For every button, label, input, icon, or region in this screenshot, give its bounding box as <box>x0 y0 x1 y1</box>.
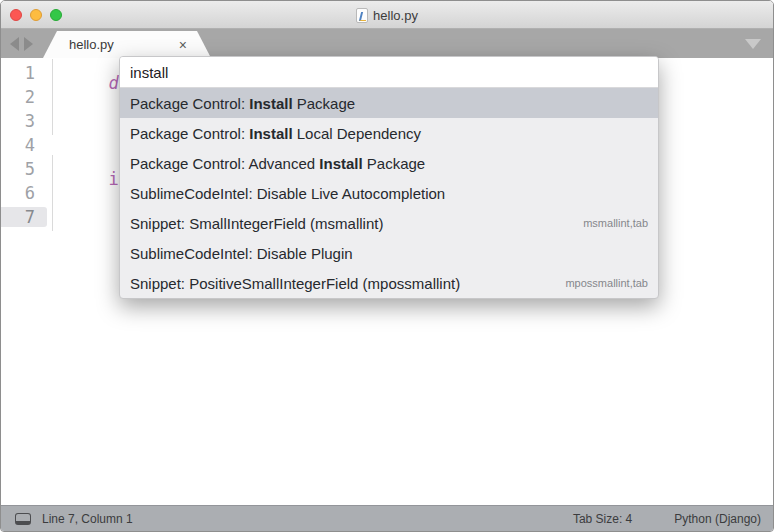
window-title: hello.py <box>373 8 418 23</box>
palette-item-label: Snippet: SmallIntegerField (msmallint) <box>130 215 571 232</box>
palette-item-label: SublimeCodeIntel: Disable Live Autocompl… <box>130 185 648 202</box>
palette-item-label: Package Control: Install Package <box>130 95 648 112</box>
minimize-window-button[interactable] <box>30 9 42 21</box>
command-palette: Package Control: Install Package Package… <box>119 56 659 299</box>
palette-item-label: Snippet: PositiveSmallIntegerField (mpos… <box>130 275 553 292</box>
palette-item[interactable]: Package Control: Install Local Dependenc… <box>120 118 658 148</box>
palette-item-label: SublimeCodeIntel: Disable Plugin <box>130 245 648 262</box>
tab-nav-arrows <box>10 37 33 51</box>
traffic-lights <box>10 9 62 21</box>
palette-item[interactable]: Snippet: SmallIntegerField (msmallint) m… <box>120 208 658 238</box>
syntax-indicator[interactable]: Python (Django) <box>674 512 761 526</box>
show-panel-icon[interactable] <box>15 513 31 525</box>
palette-item-label: Package Control: Install Local Dependenc… <box>130 125 648 142</box>
line-number: 2 <box>1 87 47 107</box>
tab-size-indicator[interactable]: Tab Size: 4 <box>573 512 632 526</box>
palette-search-input[interactable] <box>120 57 658 87</box>
status-bar: Line 7, Column 1 Tab Size: 4 Python (Dja… <box>1 505 773 531</box>
line-number: 1 <box>1 63 47 83</box>
title-bar[interactable]: hello.py <box>1 1 773 29</box>
palette-item[interactable]: Package Control: Install Package <box>120 88 658 118</box>
palette-item-hint: mpossmallint,tab <box>565 277 648 289</box>
line-number: 6 <box>1 183 47 203</box>
palette-item[interactable]: Package Control: Advanced Install Packag… <box>120 148 658 178</box>
close-window-button[interactable] <box>10 9 22 21</box>
line-number: 5 <box>1 159 47 179</box>
sublime-text-window: hello.py hello.py × 1 def h 2 3 <box>0 0 774 532</box>
line-number: 3 <box>1 111 47 131</box>
palette-input-row <box>120 57 658 88</box>
zoom-window-button[interactable] <box>50 9 62 21</box>
palette-item[interactable]: Snippet: PositiveSmallIntegerField (mpos… <box>120 268 658 298</box>
palette-item-label: Package Control: Advanced Install Packag… <box>130 155 648 172</box>
window-title-area: hello.py <box>1 1 773 29</box>
cursor-position: Line 7, Column 1 <box>42 512 133 526</box>
next-tab-arrow-icon[interactable] <box>24 37 33 51</box>
line-number: 4 <box>1 135 47 155</box>
prev-tab-arrow-icon[interactable] <box>10 37 19 51</box>
line-number: 7 <box>1 207 47 227</box>
palette-item[interactable]: SublimeCodeIntel: Disable Live Autocompl… <box>120 178 658 208</box>
palette-item-hint: msmallint,tab <box>583 217 648 229</box>
palette-results-list: Package Control: Install Package Package… <box>120 88 658 298</box>
file-proxy-icon <box>356 8 368 23</box>
status-right: Tab Size: 4 Python (Django) <box>573 512 773 526</box>
palette-item[interactable]: SublimeCodeIntel: Disable Plugin <box>120 238 658 268</box>
status-left: Line 7, Column 1 <box>1 512 133 526</box>
